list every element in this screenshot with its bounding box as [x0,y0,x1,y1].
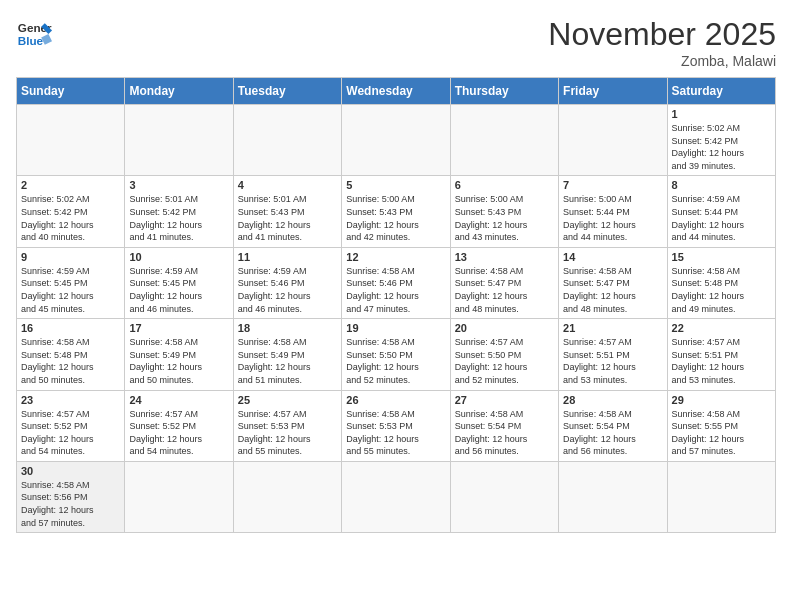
calendar-day-cell: 5Sunrise: 5:00 AM Sunset: 5:43 PM Daylig… [342,176,450,247]
day-number: 17 [129,322,228,334]
sun-info: Sunrise: 5:00 AM Sunset: 5:43 PM Dayligh… [455,194,528,242]
day-number: 10 [129,251,228,263]
sun-info: Sunrise: 4:58 AM Sunset: 5:48 PM Dayligh… [672,266,745,314]
calendar-day-cell: 20Sunrise: 4:57 AM Sunset: 5:50 PM Dayli… [450,319,558,390]
day-number: 30 [21,465,120,477]
calendar-day-cell: 12Sunrise: 4:58 AM Sunset: 5:46 PM Dayli… [342,247,450,318]
calendar-day-cell: 6Sunrise: 5:00 AM Sunset: 5:43 PM Daylig… [450,176,558,247]
sun-info: Sunrise: 4:59 AM Sunset: 5:44 PM Dayligh… [672,194,745,242]
logo: General Blue [16,16,52,52]
sun-info: Sunrise: 4:59 AM Sunset: 5:46 PM Dayligh… [238,266,311,314]
day-number: 11 [238,251,337,263]
calendar-day-cell: 11Sunrise: 4:59 AM Sunset: 5:46 PM Dayli… [233,247,341,318]
sun-info: Sunrise: 5:02 AM Sunset: 5:42 PM Dayligh… [21,194,94,242]
sun-info: Sunrise: 4:58 AM Sunset: 5:55 PM Dayligh… [672,409,745,457]
sun-info: Sunrise: 4:57 AM Sunset: 5:50 PM Dayligh… [455,337,528,385]
calendar-day-cell: 8Sunrise: 4:59 AM Sunset: 5:44 PM Daylig… [667,176,775,247]
calendar-day-cell: 1Sunrise: 5:02 AM Sunset: 5:42 PM Daylig… [667,105,775,176]
day-number: 7 [563,179,662,191]
day-number: 1 [672,108,771,120]
calendar-day-cell [17,105,125,176]
sun-info: Sunrise: 4:58 AM Sunset: 5:53 PM Dayligh… [346,409,419,457]
sun-info: Sunrise: 4:58 AM Sunset: 5:47 PM Dayligh… [455,266,528,314]
sun-info: Sunrise: 4:57 AM Sunset: 5:52 PM Dayligh… [21,409,94,457]
calendar-day-cell: 4Sunrise: 5:01 AM Sunset: 5:43 PM Daylig… [233,176,341,247]
sun-info: Sunrise: 4:58 AM Sunset: 5:50 PM Dayligh… [346,337,419,385]
day-number: 28 [563,394,662,406]
sun-info: Sunrise: 5:01 AM Sunset: 5:43 PM Dayligh… [238,194,311,242]
sun-info: Sunrise: 4:58 AM Sunset: 5:46 PM Dayligh… [346,266,419,314]
logo-icon: General Blue [16,16,52,52]
calendar-week-row: 9Sunrise: 4:59 AM Sunset: 5:45 PM Daylig… [17,247,776,318]
day-number: 18 [238,322,337,334]
day-number: 12 [346,251,445,263]
sun-info: Sunrise: 5:01 AM Sunset: 5:42 PM Dayligh… [129,194,202,242]
calendar-day-cell: 18Sunrise: 4:58 AM Sunset: 5:49 PM Dayli… [233,319,341,390]
calendar-day-cell [559,461,667,532]
calendar-week-row: 30Sunrise: 4:58 AM Sunset: 5:56 PM Dayli… [17,461,776,532]
sun-info: Sunrise: 4:58 AM Sunset: 5:47 PM Dayligh… [563,266,636,314]
day-number: 29 [672,394,771,406]
calendar-day-cell [233,105,341,176]
calendar-day-cell [125,461,233,532]
calendar-day-cell: 23Sunrise: 4:57 AM Sunset: 5:52 PM Dayli… [17,390,125,461]
calendar-day-cell: 26Sunrise: 4:58 AM Sunset: 5:53 PM Dayli… [342,390,450,461]
day-number: 2 [21,179,120,191]
day-number: 22 [672,322,771,334]
sun-info: Sunrise: 4:59 AM Sunset: 5:45 PM Dayligh… [129,266,202,314]
calendar-week-row: 23Sunrise: 4:57 AM Sunset: 5:52 PM Dayli… [17,390,776,461]
calendar-weekday-header: Wednesday [342,78,450,105]
day-number: 14 [563,251,662,263]
day-number: 25 [238,394,337,406]
calendar-day-cell: 17Sunrise: 4:58 AM Sunset: 5:49 PM Dayli… [125,319,233,390]
calendar-day-cell: 3Sunrise: 5:01 AM Sunset: 5:42 PM Daylig… [125,176,233,247]
calendar-day-cell: 7Sunrise: 5:00 AM Sunset: 5:44 PM Daylig… [559,176,667,247]
calendar-weekday-header: Tuesday [233,78,341,105]
title-block: November 2025 Zomba, Malawi [548,16,776,69]
calendar-week-row: 16Sunrise: 4:58 AM Sunset: 5:48 PM Dayli… [17,319,776,390]
sun-info: Sunrise: 4:58 AM Sunset: 5:49 PM Dayligh… [129,337,202,385]
sun-info: Sunrise: 4:57 AM Sunset: 5:52 PM Dayligh… [129,409,202,457]
day-number: 6 [455,179,554,191]
day-number: 3 [129,179,228,191]
sun-info: Sunrise: 4:58 AM Sunset: 5:49 PM Dayligh… [238,337,311,385]
calendar-day-cell: 2Sunrise: 5:02 AM Sunset: 5:42 PM Daylig… [17,176,125,247]
sun-info: Sunrise: 4:57 AM Sunset: 5:53 PM Dayligh… [238,409,311,457]
calendar-day-cell: 22Sunrise: 4:57 AM Sunset: 5:51 PM Dayli… [667,319,775,390]
month-year-title: November 2025 [548,16,776,53]
calendar-day-cell: 9Sunrise: 4:59 AM Sunset: 5:45 PM Daylig… [17,247,125,318]
calendar-table: SundayMondayTuesdayWednesdayThursdayFrid… [16,77,776,533]
calendar-day-cell [559,105,667,176]
day-number: 20 [455,322,554,334]
sun-info: Sunrise: 5:02 AM Sunset: 5:42 PM Dayligh… [672,123,745,171]
sun-info: Sunrise: 4:57 AM Sunset: 5:51 PM Dayligh… [672,337,745,385]
day-number: 27 [455,394,554,406]
day-number: 23 [21,394,120,406]
calendar-weekday-header: Friday [559,78,667,105]
calendar-day-cell [450,461,558,532]
calendar-day-cell: 29Sunrise: 4:58 AM Sunset: 5:55 PM Dayli… [667,390,775,461]
day-number: 26 [346,394,445,406]
calendar-day-cell [450,105,558,176]
sun-info: Sunrise: 5:00 AM Sunset: 5:43 PM Dayligh… [346,194,419,242]
calendar-weekday-header: Sunday [17,78,125,105]
calendar-day-cell [667,461,775,532]
calendar-day-cell: 21Sunrise: 4:57 AM Sunset: 5:51 PM Dayli… [559,319,667,390]
calendar-day-cell: 10Sunrise: 4:59 AM Sunset: 5:45 PM Dayli… [125,247,233,318]
calendar-header-row: SundayMondayTuesdayWednesdayThursdayFrid… [17,78,776,105]
calendar-day-cell [125,105,233,176]
calendar-day-cell [233,461,341,532]
day-number: 4 [238,179,337,191]
calendar-day-cell: 15Sunrise: 4:58 AM Sunset: 5:48 PM Dayli… [667,247,775,318]
location-subtitle: Zomba, Malawi [548,53,776,69]
sun-info: Sunrise: 4:58 AM Sunset: 5:48 PM Dayligh… [21,337,94,385]
calendar-week-row: 2Sunrise: 5:02 AM Sunset: 5:42 PM Daylig… [17,176,776,247]
calendar-weekday-header: Monday [125,78,233,105]
sun-info: Sunrise: 4:57 AM Sunset: 5:51 PM Dayligh… [563,337,636,385]
svg-text:Blue: Blue [18,34,44,47]
day-number: 8 [672,179,771,191]
calendar-day-cell: 16Sunrise: 4:58 AM Sunset: 5:48 PM Dayli… [17,319,125,390]
calendar-week-row: 1Sunrise: 5:02 AM Sunset: 5:42 PM Daylig… [17,105,776,176]
day-number: 13 [455,251,554,263]
calendar-day-cell: 27Sunrise: 4:58 AM Sunset: 5:54 PM Dayli… [450,390,558,461]
